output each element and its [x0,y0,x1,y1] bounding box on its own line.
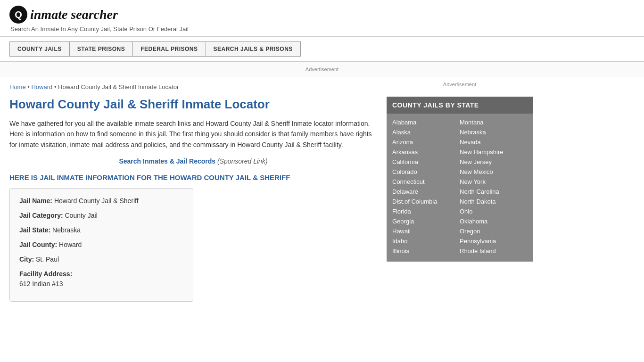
state-link-illinois[interactable]: Illinois [392,246,460,256]
state-link-delaware[interactable]: Delaware [392,187,460,197]
search-link-area: Search Inmates & Jail Records (Sponsored… [9,157,377,165]
states-right-col: MontanaNebraskaNevadaNew HampshireNew Je… [460,117,527,256]
state-link-montana[interactable]: Montana [460,117,527,127]
nav-btn-county-jails[interactable]: COUNTY JAILS [9,41,69,57]
states-left-col: AlabamaAlaskaArizonaArkansasCaliforniaCo… [392,117,460,256]
breadcrumb-county[interactable]: Howard [31,83,52,90]
sponsored-text: (Sponsored Link) [217,157,268,165]
jail-state-label: Jail State: [19,226,50,234]
jail-city-label: City: [19,255,34,263]
state-link-oregon[interactable]: Oregon [460,226,527,236]
nav-btn-search-jails-prisons[interactable]: SEARCH JAILS & PRISONS [206,41,301,57]
state-link-nevada[interactable]: Nevada [460,137,527,147]
breadcrumb-current: Howard County Jail & Sheriff Inmate Loca… [58,83,179,90]
state-link-georgia[interactable]: Georgia [392,216,460,226]
jail-state-val: Nebraska [52,226,81,234]
sidebar-box: COUNTY JAILS BY STATE AlabamaAlaskaArizo… [387,97,533,262]
state-link-north-carolina[interactable]: North Carolina [460,187,527,197]
state-link-arkansas[interactable]: Arkansas [392,147,460,157]
state-link-idaho[interactable]: Idaho [392,236,460,246]
state-link-new-york[interactable]: New York [460,177,527,187]
jail-county-row: Jail County: Howard [19,240,183,250]
jail-card: Jail Name: Howard County Jail & Sheriff … [9,188,193,302]
state-link-ohio[interactable]: Ohio [460,206,527,216]
page-title: Howard County Jail & Sheriff Inmate Loca… [9,97,377,112]
state-link-pennsylvania[interactable]: Pennsylvania [460,236,527,246]
jail-info-header: HERE IS JAIL INMATE INFORMATION FOR THE … [9,173,377,181]
jail-city-row: City: St. Paul [19,255,183,264]
jail-state-row: Jail State: Nebraska [19,225,183,235]
state-link-new-mexico[interactable]: New Mexico [460,167,527,177]
state-link-alaska[interactable]: Alaska [392,127,460,137]
jail-address-label: Facility Address: [19,270,72,278]
state-link-dist.of-columbia[interactable]: Dist.of Columbia [392,197,460,206]
state-link-rhode-island[interactable]: Rhode Island [460,246,527,256]
state-link-arizona[interactable]: Arizona [392,137,460,147]
state-link-connecticut[interactable]: Connecticut [392,177,460,187]
jail-county-label: Jail County: [19,241,57,248]
breadcrumb: Home • Howard • Howard County Jail & She… [9,83,377,90]
state-link-colorado[interactable]: Colorado [392,167,460,177]
jail-name-label: Jail Name: [19,197,52,205]
jail-address-value: 612 Indian #13 [19,279,183,289]
sidebar: Advertisement COUNTY JAILS BY STATE Alab… [387,77,533,302]
sidebar-box-title: COUNTY JAILS BY STATE [387,97,533,114]
jail-city-val: St. Paul [36,255,59,263]
breadcrumb-home[interactable]: Home [9,83,26,90]
breadcrumb-sep2: • [54,83,58,90]
state-link-new-jersey[interactable]: New Jersey [460,157,527,167]
jail-county-val: Howard [59,241,82,248]
jail-category-val: County Jail [65,212,97,219]
tagline: Search An Inmate In Any County Jail, Sta… [10,25,635,33]
state-link-north-dakota[interactable]: North Dakota [460,197,527,206]
jail-name-val: Howard County Jail & Sheriff [54,197,139,205]
state-link-california[interactable]: California [392,157,460,167]
jail-name-row: Jail Name: Howard County Jail & Sheriff [19,196,183,206]
main-content: Home • Howard • Howard County Jail & She… [9,77,387,302]
search-inmates-link[interactable]: Search Inmates & Jail Records [119,157,215,165]
state-link-alabama[interactable]: Alabama [392,117,460,127]
state-link-nebraska[interactable]: Nebraska [460,127,527,137]
sidebar-states: AlabamaAlaskaArizonaArkansasCaliforniaCo… [387,114,533,262]
jail-category-label: Jail Category: [19,212,63,219]
state-link-oklahoma[interactable]: Oklahoma [460,216,527,226]
jail-address-row: Facility Address: 612 Indian #13 [19,269,183,289]
state-link-hawaii[interactable]: Hawaii [392,226,460,236]
state-link-florida[interactable]: Florida [392,206,460,216]
main-nav: COUNTY JAILSSTATE PRISONSFEDERAL PRISONS… [0,36,644,61]
state-link-new-hampshire[interactable]: New Hampshire [460,147,527,157]
nav-btn-federal-prisons[interactable]: FEDERAL PRISONS [132,41,205,57]
top-ad-banner: Advertisement [0,62,644,77]
logo-text: inmate searcher [30,7,118,22]
description: We have gathered for you all the availab… [9,118,377,150]
logo-icon: Q [9,6,27,24]
jail-category-row: Jail Category: County Jail [19,211,183,221]
sidebar-ad: Advertisement [387,77,533,92]
nav-btn-state-prisons[interactable]: STATE PRISONS [69,41,132,57]
